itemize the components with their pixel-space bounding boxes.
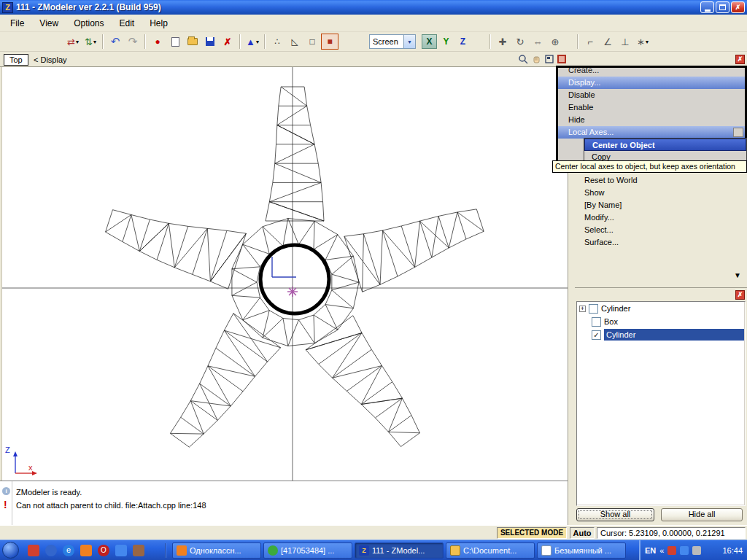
menu-file[interactable]: File xyxy=(4,16,31,31)
move-tool-icon: ✚ xyxy=(499,36,507,47)
submenu-item-center-to-object[interactable]: Center to Object xyxy=(584,139,746,151)
hide-all-button[interactable]: Hide all xyxy=(661,508,743,521)
quick-launch-icon-2[interactable] xyxy=(45,545,57,556)
close-list-panel-icon[interactable]: ✗ xyxy=(735,290,745,300)
delete-button[interactable]: ✗ xyxy=(219,34,236,50)
scale-tool-button[interactable]: ⇔ xyxy=(529,34,546,50)
menu-item-by-name[interactable]: [By Name] xyxy=(575,199,747,211)
redo-button[interactable]: ↷ xyxy=(124,34,142,50)
menu-item-display[interactable]: Display... xyxy=(558,77,745,89)
minimize-button[interactable] xyxy=(700,1,714,13)
material-button[interactable]: ▲ xyxy=(244,34,261,50)
axis-z-button[interactable]: Z xyxy=(455,34,471,49)
task-untitled[interactable]: Безымянный ... xyxy=(537,542,626,559)
toolbar-separator xyxy=(144,34,146,49)
menu-view[interactable]: View xyxy=(33,16,65,31)
internet-explorer-icon[interactable]: e xyxy=(63,545,74,556)
quick-launch-icon-7[interactable] xyxy=(133,545,144,556)
view-selector-button[interactable]: Top xyxy=(4,54,28,66)
snap-perp-button[interactable]: ⊥ xyxy=(616,34,634,50)
polygons-mode-button[interactable]: □ xyxy=(303,34,321,50)
snap-angle-button[interactable]: ∠ xyxy=(599,34,616,50)
visibility-checkbox[interactable] xyxy=(592,317,601,327)
close-button[interactable]: ✗ xyxy=(731,1,745,13)
log-line-error: Can not attach parent to child. file:Att… xyxy=(16,501,206,510)
new-file-button[interactable] xyxy=(166,34,184,50)
menu-item-show[interactable]: Show xyxy=(575,187,747,199)
visibility-checkbox[interactable] xyxy=(589,304,598,314)
tray-chevron-icon[interactable]: « xyxy=(659,546,664,555)
attach-tool-button[interactable]: ⇄ xyxy=(64,34,82,50)
menu-item-disable[interactable]: Disable xyxy=(558,89,745,101)
axis-x-button[interactable]: X xyxy=(422,34,437,49)
maximize-icon xyxy=(719,4,726,10)
quick-launch-icon-6[interactable] xyxy=(115,545,127,556)
menu-item-create[interactable]: Create... xyxy=(558,66,745,77)
tray-icon-3[interactable] xyxy=(692,546,701,555)
save-button[interactable] xyxy=(201,34,219,50)
axis-gizmo-arrows xyxy=(5,446,40,478)
open-file-button[interactable] xyxy=(184,34,201,50)
extrude-tool-icon: ⊕ xyxy=(551,36,560,47)
viewport-config-icon[interactable] xyxy=(557,55,566,63)
list-item-box[interactable]: Box xyxy=(577,315,745,328)
viewport-top[interactable]: Z x xyxy=(1,67,568,481)
taskbar: e O Одноклассн... [417053484] ... Z 111 … xyxy=(0,540,747,560)
snap-grid-icon: ⌐ xyxy=(587,36,593,47)
chevron-down-icon[interactable]: ▼ xyxy=(403,35,415,48)
screen-select[interactable]: Screen ▼ xyxy=(369,34,416,49)
quick-launch-icon-4[interactable] xyxy=(80,545,92,556)
list-item-cylinder-1[interactable]: + Cylinder xyxy=(577,302,745,315)
edges-mode-button[interactable]: ◺ xyxy=(286,34,303,50)
viewport-header: Top < Display xyxy=(0,52,568,67)
task-explorer[interactable]: C:\Document... xyxy=(446,542,535,559)
menu-item-hide[interactable]: Hide xyxy=(558,114,745,126)
visibility-checkbox-checked[interactable]: ✓ xyxy=(592,330,601,340)
menu-scroll-down-icon[interactable]: ▼ xyxy=(734,271,741,279)
system-tray: EN « 16:44 xyxy=(639,540,747,560)
menu-item-modify[interactable]: Modify... xyxy=(575,211,747,224)
menu-item-surface[interactable]: Surface... xyxy=(575,236,747,249)
menu-options[interactable]: Options xyxy=(67,16,110,31)
expand-icon[interactable]: + xyxy=(579,306,586,312)
tray-icon-1[interactable] xyxy=(667,546,676,555)
task-odnoklassniki[interactable]: Одноклассн... xyxy=(172,542,261,559)
maximize-view-icon[interactable] xyxy=(544,54,554,64)
objects-mode-button[interactable]: ■ xyxy=(321,34,338,50)
task-zmodeler[interactable]: Z 111 - ZModel... xyxy=(355,542,444,559)
quick-launch-icon-1[interactable] xyxy=(28,545,39,556)
task-icq[interactable]: [417053484] ... xyxy=(263,542,352,559)
language-indicator[interactable]: EN xyxy=(645,546,656,555)
rotate-tool-icon: ↻ xyxy=(516,36,525,47)
pan-hand-icon[interactable] xyxy=(531,54,541,64)
undo-button[interactable]: ↶ xyxy=(107,34,124,50)
auto-badge[interactable]: Auto xyxy=(570,527,595,539)
rotate-tool-button[interactable]: ↻ xyxy=(511,34,529,50)
maximize-button[interactable] xyxy=(716,1,729,13)
extrude-tool-button[interactable]: ⊕ xyxy=(546,34,564,50)
menu-edit[interactable]: Edit xyxy=(113,16,142,31)
axis-y-button[interactable]: Y xyxy=(438,34,454,49)
start-button[interactable] xyxy=(2,542,19,559)
zoom-icon[interactable] xyxy=(518,54,528,64)
menu-item-select[interactable]: Select... xyxy=(575,224,747,236)
menu-item-reset-to-world[interactable]: Reset to World xyxy=(575,174,747,187)
save-icon xyxy=(206,37,214,46)
object-list-header: ✗ xyxy=(575,287,747,301)
menu-item-local-axes[interactable]: Local Axes... xyxy=(558,126,745,139)
close-panel-icon[interactable]: ✗ xyxy=(735,55,745,64)
tray-icon-2[interactable] xyxy=(680,546,689,555)
show-all-button[interactable]: Show all xyxy=(576,508,654,521)
move-tool-button[interactable]: ✚ xyxy=(494,34,511,50)
opera-icon[interactable]: O xyxy=(98,545,109,556)
snap-settings-button[interactable]: ∗ xyxy=(634,34,651,50)
record-button[interactable]: ● xyxy=(149,34,166,50)
snap-grid-button[interactable]: ⌐ xyxy=(581,34,599,50)
menu-item-enable[interactable]: Enable xyxy=(558,101,745,114)
list-item-cylinder-2[interactable]: ✓ Cylinder xyxy=(577,328,745,341)
submenu-handle-icon[interactable] xyxy=(733,128,743,137)
axis-gizmo: Z x xyxy=(5,446,40,478)
vertices-mode-button[interactable]: ∴ xyxy=(268,34,286,50)
menu-help[interactable]: Help xyxy=(143,16,174,31)
detach-tool-button[interactable]: ⇅ xyxy=(82,34,99,50)
